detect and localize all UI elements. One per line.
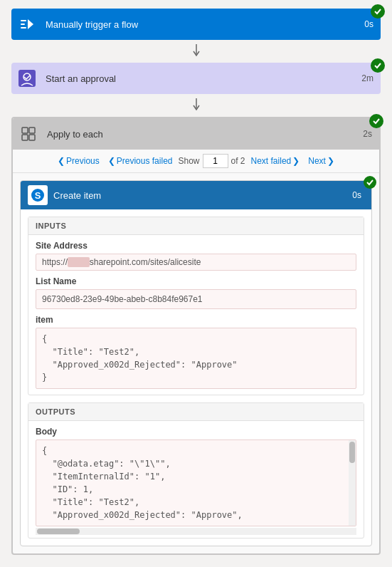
sharepoint-icon: S bbox=[28, 185, 48, 205]
arrow-2 bbox=[11, 94, 381, 117]
chevron-right-icon: ❯ bbox=[327, 156, 334, 166]
trigger-badge: 0s bbox=[357, 19, 381, 29]
trigger-label: Manually trigger a flow bbox=[43, 19, 357, 30]
outputs-body: Body { "@odata.etag": "\"1\"", "ItemInte… bbox=[28, 421, 364, 538]
apply-each-block: Apply to each 2s ❮ Previous ❮ Previous f… bbox=[11, 117, 381, 555]
list-name-label: List Name bbox=[36, 276, 356, 286]
inputs-section: INPUTS Site Address https:// sharepoint.… bbox=[28, 217, 364, 395]
svg-rect-11 bbox=[29, 135, 35, 140]
approval-check bbox=[371, 58, 385, 73]
approval-step[interactable]: Start an approval 2m bbox=[11, 63, 381, 94]
chevron-right-failed-icon: ❯ bbox=[292, 156, 300, 166]
url-prefix: https:// bbox=[42, 257, 68, 267]
approval-badge: 2m bbox=[354, 73, 381, 83]
svg-rect-0 bbox=[21, 20, 26, 21]
arrow-1 bbox=[11, 40, 381, 63]
apply-each-step[interactable]: Apply to each 2s bbox=[13, 118, 379, 150]
outputs-header: OUTPUTS bbox=[28, 403, 364, 421]
apply-each-check bbox=[369, 114, 383, 128]
next-failed-label: Next failed bbox=[251, 156, 292, 166]
svg-rect-1 bbox=[21, 24, 25, 25]
next-button[interactable]: Next ❯ bbox=[305, 155, 337, 167]
svg-rect-10 bbox=[22, 135, 28, 140]
url-redacted bbox=[68, 257, 90, 267]
svg-text:S: S bbox=[35, 190, 41, 201]
url-suffix: sharepoint.com/sites/alicesite bbox=[90, 257, 201, 267]
trigger-check bbox=[371, 4, 385, 19]
horizontal-scrollbar-thumb[interactable] bbox=[37, 529, 80, 534]
body-scroll[interactable]: { "@odata.etag": "\"1\"", "ItemInternalI… bbox=[36, 440, 356, 526]
show-label: Show bbox=[178, 156, 199, 166]
approval-label: Start an approval bbox=[43, 73, 354, 84]
create-item-card: S Create item 0s INPUTS Site Address htt… bbox=[20, 180, 372, 546]
prev-button[interactable]: ❮ Previous bbox=[55, 155, 102, 167]
body-label: Body bbox=[36, 427, 356, 437]
svg-rect-2 bbox=[21, 27, 26, 28]
chevron-left-failed-icon: ❮ bbox=[108, 156, 115, 166]
site-address-label: Site Address bbox=[36, 241, 356, 251]
apply-each-icon bbox=[13, 118, 44, 150]
pagination-bar: ❮ Previous ❮ Previous failed Show of 2 N… bbox=[13, 150, 379, 173]
inputs-body: Site Address https:// sharepoint.com/sit… bbox=[28, 235, 364, 395]
site-address-value: https:// sharepoint.com/sites/alicesite bbox=[36, 254, 356, 271]
apply-each-badge: 2s bbox=[356, 129, 379, 139]
body-value: { "@odata.etag": "\"1\"", "ItemInternalI… bbox=[36, 440, 356, 526]
page-input[interactable] bbox=[203, 154, 228, 168]
svg-rect-8 bbox=[22, 128, 28, 133]
inputs-header: INPUTS bbox=[28, 217, 364, 235]
next-label: Next bbox=[308, 156, 326, 166]
approval-icon bbox=[11, 63, 43, 94]
list-name-value: 96730ed8-23e9-49be-abeb-c8b84fe967e1 bbox=[36, 289, 356, 309]
item-label: item bbox=[36, 315, 356, 325]
prev-failed-label: Previous failed bbox=[117, 156, 173, 166]
outputs-section: OUTPUTS Body { "@odata.etag": "\"1\"", "… bbox=[28, 402, 364, 539]
total-label: of 2 bbox=[231, 156, 245, 166]
vertical-scrollbar-thumb[interactable] bbox=[349, 442, 355, 463]
apply-each-label: Apply to each bbox=[44, 129, 356, 140]
svg-rect-9 bbox=[29, 128, 35, 133]
svg-marker-3 bbox=[28, 19, 33, 29]
create-item-header[interactable]: S Create item 0s bbox=[21, 181, 371, 209]
create-item-title: Create item bbox=[53, 190, 352, 201]
trigger-step[interactable]: Manually trigger a flow 0s bbox=[11, 9, 381, 40]
chevron-left-icon: ❮ bbox=[58, 156, 65, 166]
trigger-icon bbox=[11, 9, 43, 40]
vertical-scrollbar-track[interactable] bbox=[349, 440, 356, 526]
horizontal-scrollbar[interactable] bbox=[36, 528, 356, 535]
create-item-badge: 0s bbox=[352, 190, 364, 200]
prev-failed-button[interactable]: ❮ Previous failed bbox=[105, 155, 176, 167]
next-failed-button[interactable]: Next failed ❯ bbox=[248, 155, 303, 167]
item-value: { "Title": "Test2", "Approved_x002d_Reje… bbox=[36, 328, 356, 389]
prev-label: Previous bbox=[66, 156, 100, 166]
create-item-check bbox=[364, 176, 376, 189]
